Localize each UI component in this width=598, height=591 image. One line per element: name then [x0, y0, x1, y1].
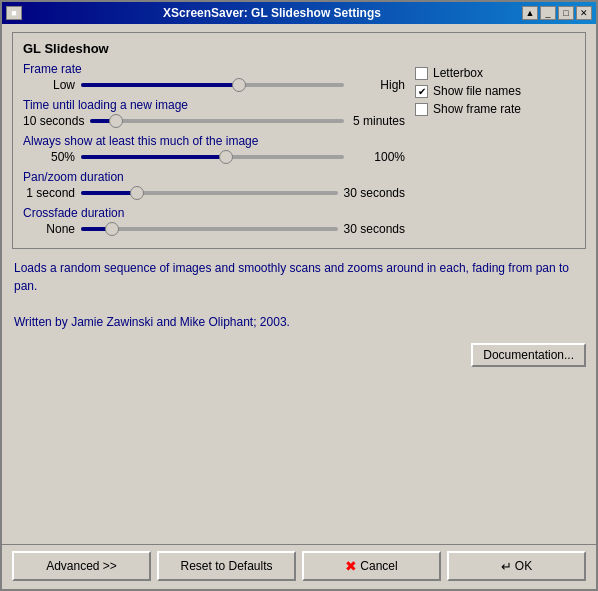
show-frame-rate-checkbox[interactable]: [415, 103, 428, 116]
crossfade-label: Crossfade duration: [23, 206, 405, 220]
time-loading-left-label: 10 seconds: [23, 114, 84, 128]
main-content: GL Slideshow Frame rate Low High: [2, 24, 596, 544]
title-bar: ■ XScreenSaver: GL Slideshow Settings ▲ …: [2, 2, 596, 24]
title-bar-controls: ▲ _ □ ✕: [522, 6, 592, 20]
reset-button[interactable]: Reset to Defaults: [157, 551, 296, 581]
reset-label: Reset to Defaults: [180, 559, 272, 573]
frame-rate-thumb[interactable]: [232, 78, 246, 92]
documentation-button[interactable]: Documentation...: [471, 343, 586, 367]
frame-rate-low-label: Low: [23, 78, 75, 92]
time-loading-slider-row: 10 seconds 5 minutes: [23, 114, 405, 128]
frame-rate-high-label: High: [350, 78, 405, 92]
maximize-button[interactable]: □: [558, 6, 574, 20]
crossfade-thumb[interactable]: [105, 222, 119, 236]
ok-label: OK: [515, 559, 532, 573]
letterbox-checkbox[interactable]: [415, 67, 428, 80]
cancel-label: Cancel: [360, 559, 397, 573]
pan-zoom-left-label: 1 second: [23, 186, 75, 200]
collapse-button[interactable]: ▲: [522, 6, 538, 20]
always-show-slider-row: 50% 100%: [23, 150, 405, 164]
documentation-row: Documentation...: [12, 341, 586, 369]
time-loading-label: Time until loading a new image: [23, 98, 405, 112]
settings-group: GL Slideshow Frame rate Low High: [12, 32, 586, 249]
group-title: GL Slideshow: [23, 41, 575, 56]
frame-rate-fill: [81, 83, 239, 87]
group-inner: Frame rate Low High Time until loading a…: [23, 62, 575, 238]
show-frame-rate-label: Show frame rate: [433, 102, 521, 116]
letterbox-label: Letterbox: [433, 66, 483, 80]
show-file-names-label: Show file names: [433, 84, 521, 98]
advanced-button[interactable]: Advanced >>: [12, 551, 151, 581]
cancel-button[interactable]: ✖ Cancel: [302, 551, 441, 581]
always-show-thumb[interactable]: [219, 150, 233, 164]
pan-zoom-right-label: 30 seconds: [344, 186, 405, 200]
letterbox-checkbox-row[interactable]: Letterbox: [415, 66, 575, 80]
frame-rate-label: Frame rate: [23, 62, 405, 76]
frame-rate-slider[interactable]: [81, 83, 344, 87]
pan-zoom-slider[interactable]: [81, 191, 338, 195]
left-panel: Frame rate Low High Time until loading a…: [23, 62, 405, 238]
advanced-label: Advanced >>: [46, 559, 117, 573]
always-show-left-label: 50%: [23, 150, 75, 164]
always-show-slider[interactable]: [81, 155, 344, 159]
show-file-names-checkbox[interactable]: ✔: [415, 85, 428, 98]
cancel-icon: ✖: [345, 558, 357, 574]
window-menu-button[interactable]: ■: [6, 6, 22, 20]
frame-rate-slider-row: Low High: [23, 78, 405, 92]
time-loading-slider[interactable]: [90, 119, 344, 123]
minimize-button[interactable]: _: [540, 6, 556, 20]
always-show-right-label: 100%: [350, 150, 405, 164]
crossfade-slider[interactable]: [81, 227, 338, 231]
description-line1: Loads a random sequence of images and sm…: [14, 259, 584, 295]
crossfade-left-label: None: [23, 222, 75, 236]
description-line2: Written by Jamie Zawinski and Mike Oliph…: [14, 313, 584, 331]
description-area: Loads a random sequence of images and sm…: [12, 255, 586, 335]
close-button[interactable]: ✕: [576, 6, 592, 20]
pan-zoom-slider-row: 1 second 30 seconds: [23, 186, 405, 200]
show-frame-rate-checkbox-row[interactable]: Show frame rate: [415, 102, 575, 116]
time-loading-right-label: 5 minutes: [350, 114, 405, 128]
always-show-label: Always show at least this much of the im…: [23, 134, 405, 148]
right-panel: Letterbox ✔ Show file names Show frame r…: [415, 62, 575, 238]
ok-button[interactable]: ↵ OK: [447, 551, 586, 581]
pan-zoom-label: Pan/zoom duration: [23, 170, 405, 184]
pan-zoom-fill: [81, 191, 137, 195]
main-window: ■ XScreenSaver: GL Slideshow Settings ▲ …: [0, 0, 598, 591]
ok-icon: ↵: [501, 559, 512, 574]
bottom-bar: Advanced >> Reset to Defaults ✖ Cancel ↵…: [2, 544, 596, 589]
crossfade-right-label: 30 seconds: [344, 222, 405, 236]
window-title: XScreenSaver: GL Slideshow Settings: [22, 6, 522, 20]
crossfade-slider-row: None 30 seconds: [23, 222, 405, 236]
show-file-names-checkbox-row[interactable]: ✔ Show file names: [415, 84, 575, 98]
pan-zoom-thumb[interactable]: [130, 186, 144, 200]
always-show-fill: [81, 155, 226, 159]
time-loading-thumb[interactable]: [109, 114, 123, 128]
